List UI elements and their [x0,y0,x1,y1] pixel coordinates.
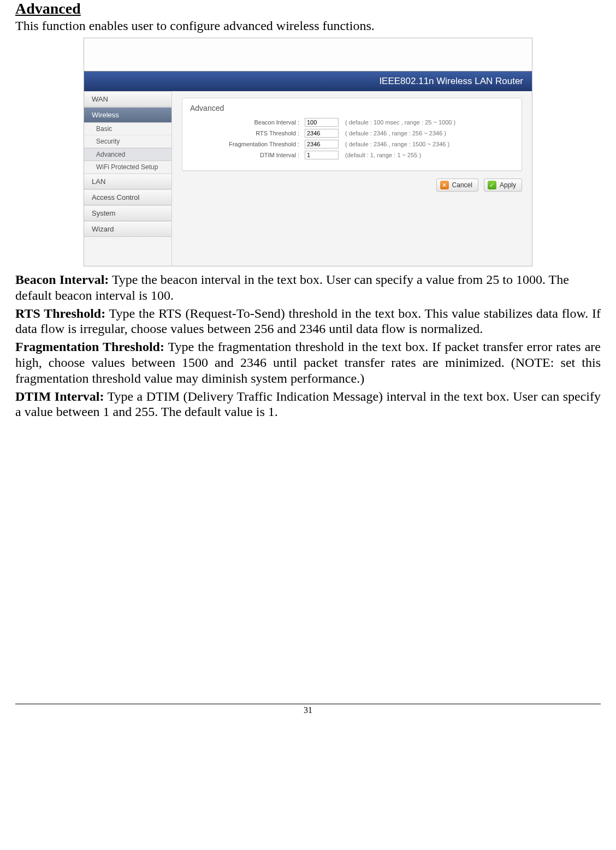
label-frag: Fragmentation Threshold : [190,141,305,147]
label-rts: RTS Threshold : [190,130,305,136]
apply-label: Apply [500,181,516,189]
nav-lan[interactable]: LAN [84,174,171,189]
logo-area [84,38,532,71]
brand-bar: IEEE802.11n Wireless LAN Router [84,71,532,91]
cancel-button[interactable]: ✕ Cancel [436,179,478,192]
nav-advanced[interactable]: Advanced [84,148,171,161]
footer-rule [15,704,601,704]
button-row: ✕ Cancel ✓ Apply [182,179,522,192]
nav-wps[interactable]: WiFi Protected Setup [84,161,171,174]
row-dtim: DTIM Interval : (default : 1, range : 1 … [190,151,514,159]
nav-basic[interactable]: Basic [84,123,171,135]
advanced-panel: Advanced Beacon Interval : ( defaule : 1… [182,98,522,171]
cancel-label: Cancel [452,181,472,189]
content-area: Advanced Beacon Interval : ( defaule : 1… [172,91,532,266]
sidebar: WAN Wireless Basic Security Advanced WiF… [84,91,172,266]
row-rts: RTS Threshold : ( defaule : 2346 , range… [190,129,514,138]
apply-button[interactable]: ✓ Apply [484,179,522,192]
input-dtim[interactable] [305,151,339,159]
cancel-icon: ✕ [440,181,449,189]
description-block: Beacon Interval: Type the beacon interva… [15,272,601,420]
hint-frag: ( defaule : 2346 , range : 1500 ~ 2346 ) [345,141,449,147]
hint-dtim: (default : 1, range : 1 ~ 255 ) [345,152,421,158]
hint-beacon: ( defaule : 100 msec , range : 25 ~ 1000… [345,119,455,126]
nav-access-control[interactable]: Access Control [84,189,171,205]
page-number: 31 [15,705,601,715]
label-beacon: Beacon Interval : [190,119,305,126]
desc-rts-head: RTS Threshold: [15,306,105,320]
router-screenshot: IEEE802.11n Wireless LAN Router WAN Wire… [84,38,532,266]
input-beacon[interactable] [305,118,339,127]
desc-beacon-head: Beacon Interval: [15,272,109,287]
nav-wan[interactable]: WAN [84,91,171,107]
input-frag[interactable] [305,140,339,148]
nav-wizard[interactable]: Wizard [84,221,171,237]
desc-dtim-head: DTIM Interval: [15,389,104,403]
panel-title: Advanced [190,104,514,112]
intro-text: This function enables user to configure … [15,19,601,33]
apply-icon: ✓ [488,181,496,189]
label-dtim: DTIM Interval : [190,152,305,158]
row-frag: Fragmentation Threshold : ( defaule : 23… [190,140,514,148]
nav-system[interactable]: System [84,205,171,221]
section-heading: Advanced [15,0,601,17]
row-beacon: Beacon Interval : ( defaule : 100 msec ,… [190,118,514,127]
input-rts[interactable] [305,129,339,138]
nav-wireless[interactable]: Wireless [84,107,171,123]
router-main: WAN Wireless Basic Security Advanced WiF… [84,91,532,266]
hint-rts: ( defaule : 2346 , range : 256 ~ 2346 ) [345,130,446,136]
nav-security[interactable]: Security [84,135,171,148]
desc-frag-head: Fragmentation Threshold: [15,340,164,354]
